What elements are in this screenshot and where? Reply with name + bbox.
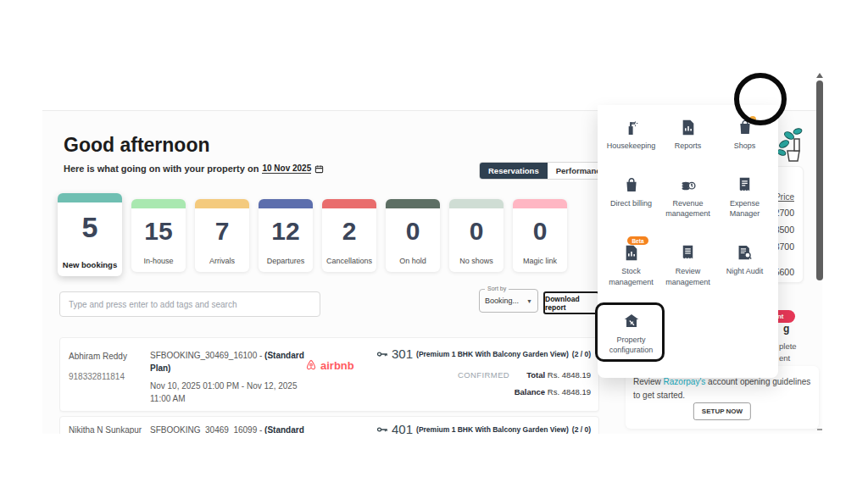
- scrollbar-down-hint[interactable]: [817, 429, 822, 430]
- shops-icon: [738, 119, 752, 136]
- review-management-icon: [682, 244, 694, 261]
- booking-row[interactable]: Abhiram Reddy 918332811814 SFBOOKING_304…: [59, 337, 599, 412]
- stock-management-icon: Beta: [625, 244, 638, 261]
- sort-by-dropdown[interactable]: Sort by Booking... ▼: [479, 289, 538, 313]
- stat-label: Magic link: [513, 257, 567, 265]
- app-item-stock-management[interactable]: Beta Stock management: [603, 244, 659, 286]
- stat-value: 2: [322, 217, 376, 246]
- room-type: (Premium 1 BHK With Balcony Garden View): [416, 350, 569, 358]
- total-label: Total: [526, 370, 545, 380]
- status-badge: CONFIRMED: [458, 370, 509, 380]
- room-type: (Premium 1 BHK With Balcony Garden View): [416, 425, 569, 434]
- stat-label: In-house: [131, 257, 186, 265]
- stat-card-on-hold[interactable]: 0 On hold: [386, 199, 440, 272]
- guest-phone: 918332811814: [69, 372, 125, 381]
- bookings-list: Abhiram Reddy 918332811814 SFBOOKING_304…: [59, 337, 599, 434]
- date-calendar-icon[interactable]: [314, 164, 324, 174]
- channel-airbnb-logo: airbnb: [304, 358, 354, 372]
- greeting-subtitle: Here is what going on with your property…: [64, 164, 324, 174]
- setup-now-button[interactable]: SETUP NOW: [693, 402, 751, 420]
- channel-name: airbnb: [320, 359, 354, 372]
- stat-value: 12: [259, 217, 313, 246]
- booking-id: SFBOOKING_30469_16100 -: [150, 351, 262, 360]
- app-item-revenue-management[interactable]: Revenue management: [659, 176, 716, 219]
- app-item-review-management[interactable]: Review management: [659, 244, 716, 286]
- app-item-shops[interactable]: Shops: [716, 119, 773, 151]
- razorpay-link[interactable]: Razorpay's: [664, 377, 706, 386]
- balance-line: Balance Rs. 4848.19: [515, 387, 591, 396]
- occluded-text-fragment: g: [783, 323, 789, 335]
- room-occupancy: (2 / 0): [572, 425, 591, 434]
- booking-id-block: SFBOOKING_30469_16099 - (Standard Plan): [150, 424, 304, 434]
- occluded-text-fragment: ent: [779, 353, 790, 363]
- room-info: 301 (Premium 1 BHK With Balcony Garden V…: [376, 347, 591, 361]
- room-number: 401: [392, 422, 413, 434]
- stat-value: 0: [386, 217, 440, 246]
- booking-dates: Nov 10, 2025 01:00 PM - Nov 12, 2025 11:…: [150, 380, 304, 405]
- stat-value: 7: [195, 217, 249, 246]
- app-item-direct-billing[interactable]: Direct billing: [603, 176, 659, 219]
- total-value: Rs. 4848.19: [548, 370, 591, 380]
- tab-reservations[interactable]: Reservations: [480, 163, 548, 179]
- booking-status-line: CONFIRMED Total Rs. 4848.19: [458, 370, 591, 380]
- night-audit-icon: [737, 244, 752, 261]
- stat-label: Departures: [259, 257, 313, 265]
- beta-badge: Beta: [627, 236, 648, 245]
- apps-dropdown-panel: Housekeeping Reports Shops Direct billin…: [598, 105, 778, 378]
- stat-value: 5: [58, 211, 122, 244]
- airbnb-belo-icon: [304, 358, 318, 372]
- chevron-down-icon: ▼: [526, 298, 532, 304]
- plant-illustration: [776, 125, 808, 163]
- stat-label: Cancellations: [322, 257, 376, 265]
- stat-card-in-house[interactable]: 15 In-house: [131, 199, 186, 272]
- stats-cards-row: 5 New bookings 15 In-house 7 Arrivals 12…: [58, 193, 567, 276]
- stat-card-departures[interactable]: 12 Departures: [259, 199, 313, 272]
- stat-label: New bookings: [58, 260, 122, 269]
- room-number: 301: [392, 347, 413, 361]
- guest-name: Abhiram Reddy: [69, 352, 127, 361]
- stat-card-no-shows[interactable]: 0 No shows: [449, 199, 504, 272]
- page-title: Good afternoon: [64, 134, 209, 157]
- room-occupancy: (2 / 0): [572, 350, 591, 358]
- revenue-management-icon: [681, 176, 696, 193]
- room-info: 401 (Premium 1 BHK With Balcony Garden V…: [376, 422, 591, 434]
- key-icon: [376, 425, 388, 434]
- occluded-text-fragment: plete: [779, 341, 797, 351]
- razorpay-guidelines-text: Review Razorpay's account opening guidel…: [633, 375, 811, 402]
- app-item-housekeeping[interactable]: Housekeeping: [603, 119, 659, 151]
- booking-row[interactable]: Nikitha N Sunkapur SFBOOKING_30469_16099…: [59, 416, 599, 434]
- stat-value: 0: [449, 217, 504, 246]
- scrollbar-thumb[interactable]: [816, 80, 823, 280]
- stat-card-cancellations[interactable]: 2 Cancellations: [322, 199, 376, 272]
- direct-billing-icon: [625, 176, 638, 193]
- app-item-expense-manager[interactable]: Expense Manager: [716, 176, 773, 219]
- date-picker-value[interactable]: 10 Nov 2025: [262, 164, 311, 174]
- sort-by-value: Booking...: [485, 297, 519, 305]
- app-item-property-configuration[interactable]: Property configuration: [603, 313, 659, 355]
- housekeeping-icon: [624, 119, 638, 136]
- guest-name: Nikitha N Sunkapur: [69, 425, 142, 434]
- stat-label: No shows: [449, 257, 504, 265]
- view-toggle: Reservations Performance: [479, 162, 615, 180]
- booking-id: SFBOOKING_30469_16099 -: [150, 425, 262, 434]
- expense-manager-icon: [738, 176, 751, 193]
- app-item-night-audit[interactable]: Night Audit: [716, 244, 773, 286]
- stat-card-arrivals[interactable]: 7 Arrivals: [195, 199, 249, 272]
- stat-card-magic-link[interactable]: 0 Magic link: [513, 199, 567, 272]
- shops-notification-dot: [749, 116, 756, 123]
- tags-search-input[interactable]: [59, 291, 320, 317]
- booking-id-block: SFBOOKING_30469_16100 - (Standard Plan) …: [150, 349, 304, 405]
- stat-value: 15: [131, 217, 186, 246]
- reports-icon: [682, 119, 695, 136]
- stat-card-new-bookings[interactable]: 5 New bookings: [58, 193, 122, 276]
- balance-value: Rs. 4848.19: [548, 387, 591, 396]
- property-configuration-icon: [624, 313, 639, 330]
- scrollbar: [815, 73, 825, 434]
- key-icon: [376, 350, 388, 358]
- stat-label: Arrivals: [195, 257, 249, 265]
- scrollbar-up-arrow[interactable]: [816, 73, 823, 78]
- balance-label: Balance: [515, 387, 545, 396]
- sort-by-label: Sort by: [485, 286, 509, 291]
- download-report-button[interactable]: Download report: [543, 291, 599, 314]
- app-item-reports[interactable]: Reports: [659, 119, 716, 151]
